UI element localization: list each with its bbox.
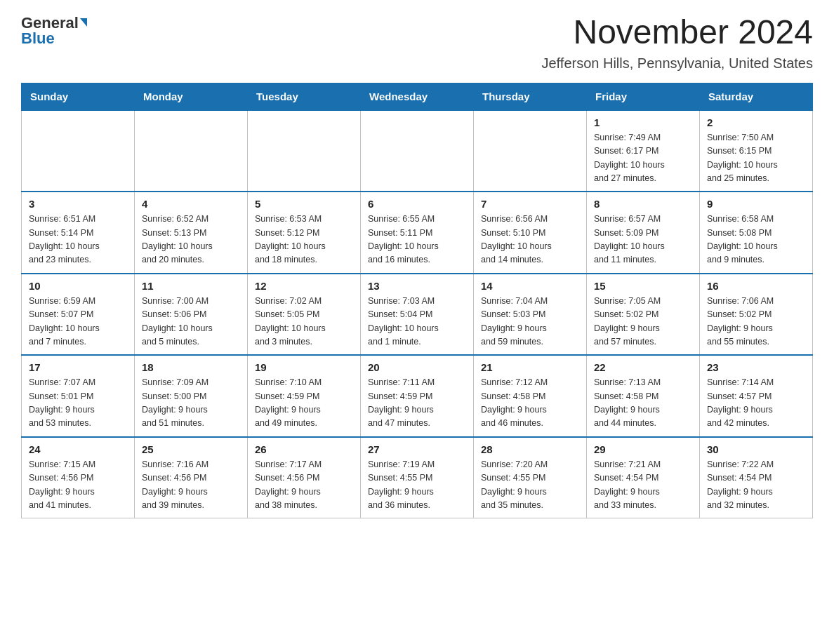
day-number: 25 bbox=[142, 443, 240, 455]
calendar-cell-w2d5: 8Sunrise: 6:57 AM Sunset: 5:09 PM Daylig… bbox=[587, 192, 700, 274]
day-number: 9 bbox=[707, 198, 805, 210]
calendar-cell-w5d5: 29Sunrise: 7:21 AM Sunset: 4:54 PM Dayli… bbox=[587, 437, 700, 518]
calendar-cell-w5d0: 24Sunrise: 7:15 AM Sunset: 4:56 PM Dayli… bbox=[22, 437, 135, 518]
day-info: Sunrise: 7:10 AM Sunset: 4:59 PM Dayligh… bbox=[255, 376, 353, 431]
calendar-cell-w3d0: 10Sunrise: 6:59 AM Sunset: 5:07 PM Dayli… bbox=[22, 274, 135, 356]
day-info: Sunrise: 7:12 AM Sunset: 4:58 PM Dayligh… bbox=[481, 376, 579, 431]
day-number: 8 bbox=[594, 198, 692, 210]
calendar-cell-w4d4: 21Sunrise: 7:12 AM Sunset: 4:58 PM Dayli… bbox=[474, 355, 587, 437]
col-header-sunday: Sunday bbox=[22, 83, 135, 110]
calendar-cell-w2d1: 4Sunrise: 6:52 AM Sunset: 5:13 PM Daylig… bbox=[135, 192, 248, 274]
calendar-subtitle: Jefferson Hills, Pennsylvania, United St… bbox=[542, 55, 814, 72]
day-info: Sunrise: 7:50 AM Sunset: 6:15 PM Dayligh… bbox=[707, 131, 805, 186]
day-info: Sunrise: 7:06 AM Sunset: 5:02 PM Dayligh… bbox=[707, 295, 805, 349]
day-number: 7 bbox=[481, 198, 579, 210]
day-number: 27 bbox=[368, 443, 466, 455]
day-info: Sunrise: 7:16 AM Sunset: 4:56 PM Dayligh… bbox=[142, 458, 240, 513]
day-number: 28 bbox=[481, 443, 579, 455]
calendar-cell-w2d2: 5Sunrise: 6:53 AM Sunset: 5:12 PM Daylig… bbox=[248, 192, 361, 274]
logo: General Blue bbox=[21, 14, 87, 48]
day-info: Sunrise: 7:09 AM Sunset: 5:00 PM Dayligh… bbox=[142, 376, 240, 431]
calendar-cell-w3d1: 11Sunrise: 7:00 AM Sunset: 5:06 PM Dayli… bbox=[135, 274, 248, 356]
calendar-cell-w1d2 bbox=[248, 110, 361, 192]
calendar-cell-w2d0: 3Sunrise: 6:51 AM Sunset: 5:14 PM Daylig… bbox=[22, 192, 135, 274]
col-header-friday: Friday bbox=[587, 83, 700, 110]
calendar-cell-w3d3: 13Sunrise: 7:03 AM Sunset: 5:04 PM Dayli… bbox=[361, 274, 474, 356]
week-row-1: 1Sunrise: 7:49 AM Sunset: 6:17 PM Daylig… bbox=[22, 110, 813, 192]
calendar-cell-w3d6: 16Sunrise: 7:06 AM Sunset: 5:02 PM Dayli… bbox=[700, 274, 813, 356]
col-header-wednesday: Wednesday bbox=[361, 83, 474, 110]
calendar-cell-w2d3: 6Sunrise: 6:55 AM Sunset: 5:11 PM Daylig… bbox=[361, 192, 474, 274]
day-number: 16 bbox=[707, 280, 805, 292]
day-number: 2 bbox=[707, 116, 805, 128]
day-info: Sunrise: 6:52 AM Sunset: 5:13 PM Dayligh… bbox=[142, 213, 240, 267]
week-row-4: 17Sunrise: 7:07 AM Sunset: 5:01 PM Dayli… bbox=[22, 355, 813, 437]
day-number: 11 bbox=[142, 280, 240, 292]
day-info: Sunrise: 6:59 AM Sunset: 5:07 PM Dayligh… bbox=[29, 295, 127, 349]
day-number: 19 bbox=[255, 361, 353, 373]
day-number: 4 bbox=[142, 198, 240, 210]
week-row-3: 10Sunrise: 6:59 AM Sunset: 5:07 PM Dayli… bbox=[22, 274, 813, 356]
day-info: Sunrise: 7:00 AM Sunset: 5:06 PM Dayligh… bbox=[142, 295, 240, 349]
calendar-cell-w4d5: 22Sunrise: 7:13 AM Sunset: 4:58 PM Dayli… bbox=[587, 355, 700, 437]
day-info: Sunrise: 7:02 AM Sunset: 5:05 PM Dayligh… bbox=[255, 295, 353, 349]
day-number: 6 bbox=[368, 198, 466, 210]
calendar-header-row: Sunday Monday Tuesday Wednesday Thursday… bbox=[22, 83, 813, 110]
calendar-cell-w1d0 bbox=[22, 110, 135, 192]
day-number: 1 bbox=[594, 116, 692, 128]
calendar-cell-w3d5: 15Sunrise: 7:05 AM Sunset: 5:02 PM Dayli… bbox=[587, 274, 700, 356]
day-number: 24 bbox=[29, 443, 127, 455]
col-header-monday: Monday bbox=[135, 83, 248, 110]
week-row-5: 24Sunrise: 7:15 AM Sunset: 4:56 PM Dayli… bbox=[22, 437, 813, 518]
calendar-cell-w1d6: 2Sunrise: 7:50 AM Sunset: 6:15 PM Daylig… bbox=[700, 110, 813, 192]
calendar-cell-w5d1: 25Sunrise: 7:16 AM Sunset: 4:56 PM Dayli… bbox=[135, 437, 248, 518]
day-number: 14 bbox=[481, 280, 579, 292]
calendar-title: November 2024 bbox=[542, 14, 814, 51]
col-header-thursday: Thursday bbox=[474, 83, 587, 110]
calendar-cell-w3d4: 14Sunrise: 7:04 AM Sunset: 5:03 PM Dayli… bbox=[474, 274, 587, 356]
calendar-cell-w5d3: 27Sunrise: 7:19 AM Sunset: 4:55 PM Dayli… bbox=[361, 437, 474, 518]
col-header-tuesday: Tuesday bbox=[248, 83, 361, 110]
day-number: 17 bbox=[29, 361, 127, 373]
calendar-cell-w4d3: 20Sunrise: 7:11 AM Sunset: 4:59 PM Dayli… bbox=[361, 355, 474, 437]
day-number: 26 bbox=[255, 443, 353, 455]
day-info: Sunrise: 7:05 AM Sunset: 5:02 PM Dayligh… bbox=[594, 295, 692, 349]
day-info: Sunrise: 7:20 AM Sunset: 4:55 PM Dayligh… bbox=[481, 458, 579, 513]
day-info: Sunrise: 6:58 AM Sunset: 5:08 PM Dayligh… bbox=[707, 213, 805, 267]
day-number: 20 bbox=[368, 361, 466, 373]
day-number: 13 bbox=[368, 280, 466, 292]
calendar-cell-w1d4 bbox=[474, 110, 587, 192]
day-info: Sunrise: 6:53 AM Sunset: 5:12 PM Dayligh… bbox=[255, 213, 353, 267]
day-number: 12 bbox=[255, 280, 353, 292]
day-info: Sunrise: 6:57 AM Sunset: 5:09 PM Dayligh… bbox=[594, 213, 692, 267]
day-info: Sunrise: 7:22 AM Sunset: 4:54 PM Dayligh… bbox=[707, 458, 805, 513]
day-number: 22 bbox=[594, 361, 692, 373]
day-info: Sunrise: 7:21 AM Sunset: 4:54 PM Dayligh… bbox=[594, 458, 692, 513]
logo-bottom: Blue bbox=[21, 29, 55, 48]
day-number: 29 bbox=[594, 443, 692, 455]
calendar-cell-w4d1: 18Sunrise: 7:09 AM Sunset: 5:00 PM Dayli… bbox=[135, 355, 248, 437]
day-info: Sunrise: 7:04 AM Sunset: 5:03 PM Dayligh… bbox=[481, 295, 579, 349]
day-number: 10 bbox=[29, 280, 127, 292]
day-number: 23 bbox=[707, 361, 805, 373]
calendar-cell-w1d3 bbox=[361, 110, 474, 192]
day-number: 21 bbox=[481, 361, 579, 373]
day-info: Sunrise: 7:17 AM Sunset: 4:56 PM Dayligh… bbox=[255, 458, 353, 513]
calendar-cell-w2d6: 9Sunrise: 6:58 AM Sunset: 5:08 PM Daylig… bbox=[700, 192, 813, 274]
day-info: Sunrise: 6:56 AM Sunset: 5:10 PM Dayligh… bbox=[481, 213, 579, 267]
calendar-cell-w5d6: 30Sunrise: 7:22 AM Sunset: 4:54 PM Dayli… bbox=[700, 437, 813, 518]
calendar-cell-w1d5: 1Sunrise: 7:49 AM Sunset: 6:17 PM Daylig… bbox=[587, 110, 700, 192]
page-header: General Blue November 2024 Jefferson Hil… bbox=[21, 14, 813, 72]
day-number: 5 bbox=[255, 198, 353, 210]
calendar-cell-w4d2: 19Sunrise: 7:10 AM Sunset: 4:59 PM Dayli… bbox=[248, 355, 361, 437]
day-number: 30 bbox=[707, 443, 805, 455]
calendar-cell-w5d2: 26Sunrise: 7:17 AM Sunset: 4:56 PM Dayli… bbox=[248, 437, 361, 518]
day-info: Sunrise: 6:51 AM Sunset: 5:14 PM Dayligh… bbox=[29, 213, 127, 267]
day-info: Sunrise: 7:15 AM Sunset: 4:56 PM Dayligh… bbox=[29, 458, 127, 513]
day-info: Sunrise: 6:55 AM Sunset: 5:11 PM Dayligh… bbox=[368, 213, 466, 267]
calendar-cell-w4d0: 17Sunrise: 7:07 AM Sunset: 5:01 PM Dayli… bbox=[22, 355, 135, 437]
calendar-cell-w3d2: 12Sunrise: 7:02 AM Sunset: 5:05 PM Dayli… bbox=[248, 274, 361, 356]
logo-arrow-icon bbox=[80, 18, 87, 27]
day-info: Sunrise: 7:11 AM Sunset: 4:59 PM Dayligh… bbox=[368, 376, 466, 431]
day-number: 3 bbox=[29, 198, 127, 210]
